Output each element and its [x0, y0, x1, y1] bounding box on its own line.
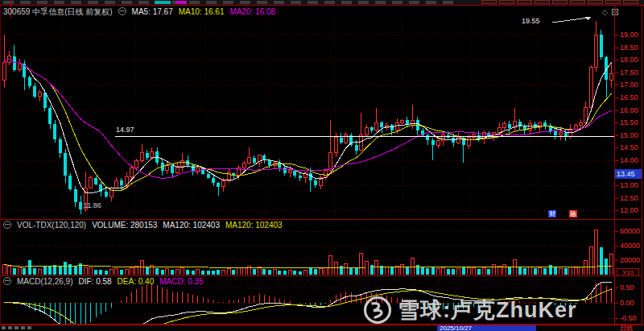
volume-header: VOL-TDX(120,120)VOLUME: 280153MA120: 102…: [3, 221, 288, 230]
status-date-highlight: 2025/10/27: [437, 325, 536, 331]
peak-price-label: 19.55: [522, 17, 540, 25]
vol-indicator-name: VOL-TDX(120,120): [17, 221, 86, 230]
price-axis-label: 16.00: [620, 106, 638, 114]
price-axis-label: 18.50: [620, 43, 638, 52]
dif-value: DIF: 0.58: [78, 277, 111, 286]
dea-value: DEA: 0.40: [118, 277, 155, 286]
low-price-label: 11.86: [84, 201, 101, 209]
macd-value: MACD: 0.35: [159, 277, 203, 286]
macd-axis-label: 0.00: [620, 299, 634, 307]
volume-axis-label: 20000: [620, 256, 640, 264]
macd-axis-label: -0.50: [620, 314, 637, 322]
hline-price-label: 14.97: [116, 126, 134, 134]
price-axis-label: 16.50: [620, 93, 638, 101]
date-axis-bar: [0, 325, 644, 331]
last-price-box: 13.45: [615, 169, 642, 179]
news-flag-ji[interactable]: 急: [569, 210, 577, 217]
price-axis-label: 19.00: [620, 31, 638, 39]
price-axis-label: 18.00: [620, 56, 638, 64]
price-axis-label: 17.50: [620, 68, 638, 77]
date-text-fragment: [2, 326, 32, 329]
indicator-cycle-icon[interactable]: [3, 221, 11, 229]
price-axis-label: 15.50: [620, 118, 638, 126]
price-axis-label: 13.00: [620, 181, 638, 189]
price-axis-label: 14.00: [620, 156, 638, 164]
price-axis-label: 12.00: [620, 206, 638, 214]
news-flag-cai[interactable]: 财: [548, 210, 556, 217]
volume-value: VOLUME: 280153: [92, 221, 157, 230]
period-label: 日线: [620, 325, 633, 331]
volume-axis-label: 60000: [620, 227, 640, 235]
indicator-cycle-icon[interactable]: [3, 277, 11, 285]
price-axis-label: 17.00: [620, 81, 638, 89]
volume-multiplier-box: X10: [617, 268, 639, 276]
volume-axis-label: 40000: [620, 242, 640, 250]
macd-indicator-name: MACD(12,26,9): [17, 277, 72, 286]
macd-header: MACD(12,26,9)DIF: 0.58DEA: 0.40MACD: 0.3…: [3, 277, 209, 286]
price-axis-label: 14.50: [620, 143, 638, 151]
tdx-chart-window: 300659 中孚信息(日线 前复权)MA5: 17.67MA10: 16.61…: [0, 0, 644, 331]
vol-ma120-white: MA120: 102403: [163, 221, 220, 230]
macd-axis-label: 0.50: [620, 283, 634, 292]
price-axis-label: 12.50: [620, 194, 638, 202]
vol-ma120-yellow: MA120: 102403: [225, 221, 283, 230]
price-axis-label: 15.00: [620, 131, 638, 139]
